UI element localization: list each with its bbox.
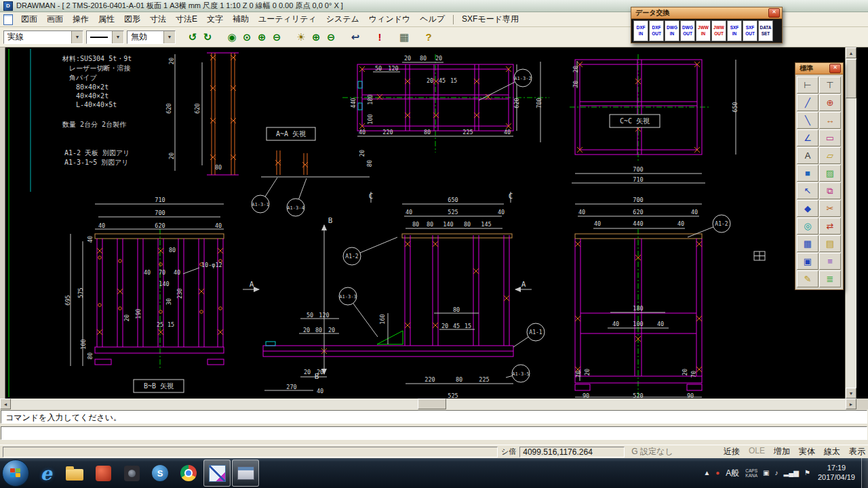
table-icon[interactable]: ▦ [397, 30, 412, 45]
vertical-scroll-thumb[interactable] [846, 59, 856, 98]
tool-parallelogram[interactable]: ▱ [819, 147, 841, 164]
dx-data-set-button[interactable]: DATASET [758, 20, 773, 41]
tool-mirror[interactable]: ⇄ [819, 218, 841, 235]
status-mode-近接[interactable]: 近接 [724, 446, 740, 458]
menu-item-図形[interactable]: 図形 [119, 12, 145, 26]
tool-fill[interactable]: ■ [797, 165, 818, 182]
taskbar-clock[interactable]: 17:19 2017/04/19 [818, 464, 855, 483]
line-color-select[interactable]: ▼ [86, 30, 124, 44]
status-mode-OLE[interactable]: OLE [749, 446, 765, 458]
scroll-down-icon[interactable]: ▼ [846, 388, 856, 399]
drawing-canvas[interactable]: 材料:SUS304 5t・9tレーザー切断・溶接角パイプ80×40×2t40×4… [0, 47, 856, 399]
tool-move[interactable]: ↖ [797, 182, 818, 199]
start-button[interactable] [2, 460, 29, 487]
dx-jww-in-button[interactable]: JWWIN [696, 20, 711, 41]
tool-diamond[interactable]: ◆ [797, 200, 818, 217]
palette-title-bar[interactable]: 標準 ✕ [795, 63, 843, 75]
menu-item-図面[interactable]: 図面 [16, 12, 42, 26]
dx-dxf-in-button[interactable]: DXFIN [633, 20, 648, 41]
dx-dxf-out-button[interactable]: DXFOUT [649, 20, 664, 41]
pan-out-icon[interactable]: ⊖ [323, 30, 338, 45]
action-center-tray-icon[interactable]: ⚑ [804, 470, 810, 476]
menu-item-ウィンドウ[interactable]: ウィンドウ [364, 12, 415, 26]
tool-rectangle[interactable]: ▭ [819, 129, 841, 146]
tool-offset[interactable]: ◎ [797, 218, 818, 235]
taskbar-app-dark[interactable] [118, 460, 145, 487]
taskbar-explorer[interactable] [61, 460, 88, 487]
display-tray-icon[interactable]: ▣ [763, 470, 769, 476]
chevron-down-icon[interactable]: ▼ [163, 31, 175, 43]
menu-item-寸法[interactable]: 寸法 [145, 12, 171, 26]
tool-settings[interactable]: ≣ [819, 270, 841, 287]
horizontal-scrollbar[interactable]: ◄ ► [0, 399, 856, 409]
close-icon[interactable]: ✕ [829, 64, 841, 73]
vertical-scrollbar[interactable]: ▲ ▼ [845, 47, 856, 399]
tool-center-point[interactable]: ⊕ [819, 94, 841, 111]
tool-pin-horizontal[interactable]: ⊢ [797, 77, 818, 94]
scroll-left-icon[interactable]: ◄ [0, 399, 11, 409]
status-mode-実体[interactable]: 実体 [799, 446, 815, 458]
tool-copy[interactable]: ⧉ [819, 182, 841, 199]
jump-icon[interactable]: ↩ [348, 30, 363, 45]
line-width-select[interactable]: 無効 ▼ [127, 30, 176, 44]
taskbar-app-red[interactable] [90, 460, 117, 487]
menu-item-ユーティリティ[interactable]: ユーティリティ [254, 12, 321, 26]
menu-item-操作[interactable]: 操作 [68, 12, 94, 26]
menu-item-文字[interactable]: 文字 [202, 12, 228, 26]
security-tray-icon[interactable]: ● [715, 470, 719, 476]
tool-polyline[interactable]: ╲ [797, 112, 818, 129]
redraw-icon[interactable]: ☀ [294, 30, 309, 45]
dx-dwg-out-button[interactable]: DWGOUT [680, 20, 695, 41]
zoom-out-icon[interactable]: ⊖ [269, 30, 284, 45]
volume-tray-icon[interactable]: ♪ [775, 470, 778, 476]
zoom-extents-icon[interactable]: ◉ [224, 30, 239, 45]
alert-icon[interactable]: ! [372, 30, 387, 45]
tool-folder[interactable]: ▤ [819, 235, 841, 252]
line-type-select[interactable]: 実線 ▼ [3, 30, 83, 44]
dx-dwg-in-button[interactable]: DWGIN [665, 20, 679, 41]
menu-item-ヘルプ[interactable]: ヘルプ [415, 12, 450, 26]
tool-text[interactable]: A [797, 147, 818, 164]
tool-pin-vertical[interactable]: ⊤ [819, 77, 841, 94]
tool-pencil[interactable]: ✎ [797, 270, 818, 287]
hidden-icons-icon[interactable]: ▲ [703, 470, 710, 476]
dx-jww-out-button[interactable]: JWWOUT [711, 20, 726, 41]
sheet-grid-icon[interactable] [754, 251, 765, 260]
network-tray-icon[interactable]: ▂▄▆ [784, 470, 799, 476]
status-mode-増加[interactable]: 増加 [774, 446, 790, 458]
menu-item-寸法E[interactable]: 寸法E [171, 12, 202, 26]
status-mode-表示[interactable]: 表示 [849, 446, 865, 458]
tool-trim[interactable]: ✂ [819, 200, 841, 217]
dx-sxf-in-button[interactable]: SXFIN [727, 20, 742, 41]
taskbar-app-blue[interactable]: S [146, 460, 174, 487]
rotate-cw-icon[interactable]: ↻ [200, 30, 215, 45]
scroll-right-icon[interactable]: ► [846, 399, 856, 409]
command-prompt[interactable]: コマンドを入力してください。 [1, 410, 867, 424]
menu-item-属性[interactable]: 属性 [94, 12, 119, 26]
horizontal-scroll-track[interactable] [11, 399, 846, 409]
menu-item-画面[interactable]: 画面 [42, 12, 68, 26]
zoom-in-icon[interactable]: ⊕ [254, 30, 269, 45]
tool-array[interactable]: ▦ [797, 235, 818, 252]
tool-hatch[interactable]: ▨ [819, 165, 841, 182]
taskbar-drawman[interactable] [203, 460, 231, 487]
taskbar-viewer[interactable] [232, 460, 259, 487]
palette-title-bar[interactable]: データ交換 ✕ [631, 7, 782, 19]
close-icon[interactable]: ✕ [768, 8, 780, 18]
help-icon[interactable]: ? [421, 30, 436, 45]
tool-save[interactable]: ▣ [797, 253, 818, 270]
scroll-up-icon[interactable]: ▲ [846, 47, 856, 58]
horizontal-scroll-thumb[interactable] [418, 399, 446, 409]
menu-sxf-mode[interactable]: SXFモード専用 [457, 12, 524, 26]
chevron-down-icon[interactable]: ▼ [71, 31, 83, 43]
menu-item-補助[interactable]: 補助 [228, 12, 254, 26]
menu-item-システム[interactable]: システム [321, 12, 364, 26]
tool-dimension[interactable]: ↔ [819, 112, 841, 129]
ime-mode-indicator[interactable]: A般 [726, 468, 739, 479]
status-mode-線太[interactable]: 線太 [824, 446, 840, 458]
rotate-ccw-icon[interactable]: ↺ [185, 30, 200, 45]
document-icon[interactable] [3, 14, 13, 25]
taskbar-chrome[interactable] [175, 460, 202, 487]
show-desktop-button[interactable] [861, 458, 868, 488]
taskbar-ie[interactable]: e [33, 460, 60, 487]
